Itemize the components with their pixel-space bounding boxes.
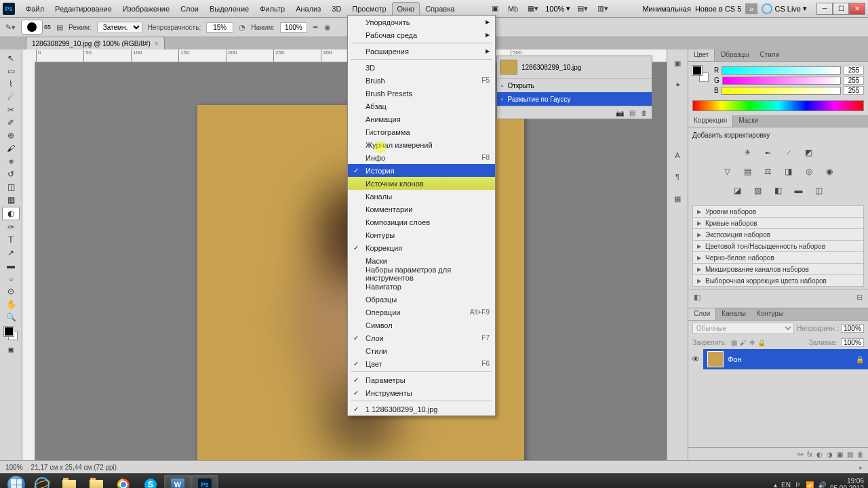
menu-item-упорядочить[interactable]: Упорядочить▶ — [348, 16, 495, 28]
menu-выделение[interactable]: Выделение — [204, 2, 254, 16]
menu-item-brush-presets[interactable]: Brush Presets — [348, 87, 495, 100]
maximize-button[interactable]: ☐ — [833, 3, 849, 15]
posterize-icon[interactable]: ▨ — [751, 184, 766, 197]
menu-item-наборы-параметров-для-инструментов[interactable]: Наборы параметров для инструментов — [348, 267, 495, 280]
lock-transparency-icon[interactable]: ▦ — [731, 339, 737, 346]
group-icon[interactable]: ▣ — [837, 451, 843, 458]
close-button[interactable]: ✕ — [849, 3, 865, 15]
actions-panel-icon[interactable]: ✦ — [671, 78, 684, 92]
menu-item-история[interactable]: ✓История — [348, 164, 495, 177]
b-slider[interactable] — [722, 87, 841, 95]
menu-item-1-1286308299_10.jpg[interactable]: ✓1 1286308299_10.jpg — [348, 403, 495, 415]
character-panel-icon[interactable]: A — [671, 148, 684, 162]
history-brush-tool[interactable]: ↺ — [3, 168, 19, 180]
photo-filter-icon[interactable]: ◎ — [802, 165, 816, 178]
layer-row[interactable]: 👁 Фон 🔒 — [688, 349, 868, 369]
crop-tool[interactable]: ✂ — [3, 104, 19, 116]
paragraph-panel-icon[interactable]: ¶ — [671, 170, 684, 184]
mb-icon[interactable]: Mb — [505, 3, 521, 14]
menu-item-3d[interactable]: 3D — [348, 61, 495, 74]
color-swatches[interactable] — [4, 327, 18, 340]
gradient-tool[interactable]: ▦ — [3, 194, 19, 206]
swatches-panel-icon[interactable]: ▦ — [671, 192, 684, 205]
healing-tool[interactable]: ⊕ — [3, 129, 19, 142]
menu-item-контуры[interactable]: Контуры — [348, 228, 495, 241]
tray-up-icon[interactable]: ▴ — [774, 481, 777, 489]
tab-close-icon[interactable]: × — [155, 40, 159, 47]
menu-item-инфо[interactable]: ИнфоF8 — [348, 151, 495, 164]
layer-visibility-icon[interactable]: 👁 — [688, 349, 703, 369]
menu-item-операции[interactable]: ОперацииAlt+F9 — [348, 306, 495, 319]
delete-layer-icon[interactable]: 🗑 — [857, 451, 864, 458]
move-tool[interactable]: ↖ — [3, 52, 19, 64]
menu-справка[interactable]: Справка — [420, 2, 460, 16]
taskbar-folder2[interactable] — [83, 475, 110, 488]
levels-icon[interactable]: ▪▫ — [761, 146, 776, 159]
adjustment-preset[interactable]: ▶Выборочная коррекция цвета наборов — [692, 275, 864, 287]
wand-tool[interactable]: ☄ — [3, 91, 19, 103]
hue-icon[interactable]: ▤ — [741, 165, 755, 178]
dodge-tool[interactable]: ◐ — [2, 207, 20, 220]
quickmask-tool[interactable]: ◙ — [3, 344, 19, 356]
taskbar-chrome[interactable] — [110, 475, 137, 488]
adjustment-preset[interactable]: ▶Экспозиция наборов — [692, 229, 864, 241]
lock-pixels-icon[interactable]: 🖌 — [740, 339, 747, 346]
tablet-pressure-icon[interactable]: ◉ — [324, 23, 331, 32]
history-panel-icon[interactable]: ▣ — [671, 56, 684, 70]
flow-input[interactable] — [280, 22, 307, 33]
taskbar-ie[interactable] — [28, 475, 56, 488]
gradient-map-icon[interactable]: ▬ — [791, 184, 806, 197]
bw-icon[interactable]: ◨ — [781, 165, 796, 178]
menu-item-цвет[interactable]: ✓ЦветF6 — [348, 357, 495, 370]
menu-файл[interactable]: Файл — [20, 2, 50, 16]
menu-item-навигатор[interactable]: Навигатор — [348, 280, 495, 293]
menu-item-рабочая-среда[interactable]: Рабочая среда▶ — [348, 28, 495, 41]
mask-icon[interactable]: ◐ — [816, 451, 823, 458]
cs-live-button[interactable]: CS Live▾ — [762, 3, 807, 14]
tab-layers[interactable]: Слои — [688, 308, 716, 320]
menu-item-символ[interactable]: Символ — [348, 319, 495, 331]
adjustment-preset[interactable]: ▶Микширование каналов наборов — [692, 264, 864, 275]
airbrush-icon[interactable]: ✒ — [313, 23, 319, 32]
foreground-color[interactable] — [4, 327, 14, 336]
zoom-tool[interactable]: 🔍 — [3, 311, 19, 323]
menu-окно[interactable]: Окно — [392, 2, 420, 16]
b-value[interactable] — [844, 86, 864, 95]
brush-panel-icon[interactable]: ▤ — [56, 23, 63, 32]
menu-item-образцы[interactable]: Образцы — [348, 293, 495, 306]
taskbar-word[interactable]: W — [164, 475, 191, 488]
menu-item-источник-клонов[interactable]: Источник клонов — [348, 177, 495, 190]
menu-item-журнал-измерений[interactable]: Журнал измерений — [348, 138, 495, 151]
history-delete-icon[interactable]: 🗑 — [641, 109, 648, 117]
brightness-icon[interactable]: ☀ — [741, 146, 755, 159]
lock-all-icon[interactable]: 🔒 — [757, 339, 766, 346]
menu-item-brush[interactable]: BrushF5 — [348, 74, 495, 87]
tray-flag-icon[interactable]: 🏳 — [795, 481, 802, 489]
exposure-icon[interactable]: ◩ — [802, 146, 816, 159]
stamp-tool[interactable]: ⎈ — [3, 155, 19, 167]
workspace-more[interactable]: » — [745, 3, 757, 14]
camera-tool[interactable]: ⊙ — [3, 285, 19, 298]
menu-item-комментарии[interactable]: Комментарии — [348, 203, 495, 216]
status-doc-info[interactable]: 21,17 см x 25,44 см (72 ppi) — [31, 464, 117, 471]
g-value[interactable] — [844, 76, 864, 85]
tab-swatches[interactable]: Образцы — [715, 49, 754, 61]
menu-item-расширения[interactable]: Расширения▶ — [348, 45, 495, 58]
threshold-icon[interactable]: ◧ — [771, 184, 786, 197]
adjustment-preset[interactable]: ▶Кривые наборов — [692, 218, 864, 229]
workspace-minimal[interactable]: Минимальная — [642, 5, 691, 13]
fx-icon[interactable]: fx — [807, 451, 812, 458]
start-button[interactable] — [4, 475, 28, 488]
view-icon-1[interactable]: ▤▾ — [574, 3, 591, 14]
tab-paths[interactable]: Контуры — [751, 308, 789, 320]
menu-item-параметры[interactable]: ✓Параметры — [348, 373, 495, 386]
opacity-input[interactable] — [206, 22, 233, 33]
taskbar-skype[interactable]: S — [137, 475, 164, 488]
workspace-new-cs5[interactable]: Новое в CS 5 — [695, 5, 741, 13]
mixer-icon[interactable]: ◉ — [822, 165, 837, 178]
curves-icon[interactable]: ⟋ — [781, 146, 796, 159]
r-slider[interactable] — [722, 66, 841, 75]
marquee-tool[interactable]: ▭ — [3, 65, 19, 77]
g-slider[interactable] — [722, 77, 841, 85]
tab-color[interactable]: Цвет — [688, 49, 715, 61]
